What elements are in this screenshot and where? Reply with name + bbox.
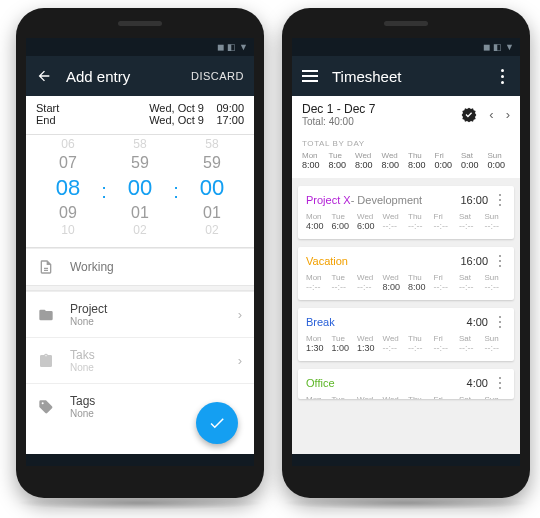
row-label: Tags — [70, 394, 95, 408]
row-value: None — [70, 408, 95, 419]
content: Start Wed, Oct 9 09:00 End Wed, Oct 9 17… — [26, 96, 254, 454]
date-range: Dec 1 - Dec 7 — [302, 102, 375, 116]
card-day: Mon4:00 — [306, 212, 328, 231]
card-day: Sun--:-- — [485, 334, 507, 353]
card-name: Vacation — [306, 255, 348, 267]
card-day: Sat--:-- — [459, 334, 481, 353]
end-label: End — [36, 114, 130, 126]
card-day: Wed1:30 — [357, 334, 379, 353]
overflow-icon[interactable] — [494, 68, 510, 84]
card-total: 4:00 — [467, 377, 488, 389]
card-day: Mon1:30 — [306, 334, 328, 353]
card-total: 16:00 — [460, 194, 488, 206]
appbar: Add entry DISCARD — [26, 56, 254, 96]
status-icon: ▼ — [505, 42, 514, 52]
card-day: Wed — [383, 395, 405, 399]
card-day: Fri--:-- — [434, 212, 456, 231]
card-day: Wed8:00 — [383, 273, 405, 292]
range-bar: Dec 1 - Dec 7 Total: 40:00 ‹ › — [292, 96, 520, 133]
time-wheel[interactable]: 06 07 08 09 10 : 58 59 00 01 02 : 58 5 — [26, 135, 254, 248]
end-date: Wed, Oct 9 — [130, 114, 204, 126]
card-total: 4:00 — [467, 316, 488, 328]
appbar-title: Timesheet — [332, 68, 494, 85]
card-day: Thu — [408, 395, 430, 399]
phone-timesheet: ◼ ◧ ▼ Timesheet Dec 1 - Dec 7 Total: 40:… — [282, 8, 530, 498]
card-day: Tue — [332, 395, 354, 399]
cards: Project X - Development16:00Mon4:00Tue6:… — [292, 178, 520, 407]
card-name: Office — [306, 377, 335, 389]
card-name: Project X — [306, 194, 351, 206]
wheel-sep: : — [172, 137, 180, 245]
card-day: Wed6:00 — [357, 212, 379, 231]
card-sub: - Development — [351, 194, 423, 206]
row-label: Project — [70, 302, 107, 316]
day-col: Tue8:00 — [329, 151, 352, 170]
card-day: Tue1:00 — [332, 334, 354, 353]
card-day: Mon — [306, 395, 328, 399]
end-time: 17:00 — [204, 114, 244, 126]
timesheet-card[interactable]: Vacation16:00Mon--:--Tue--:--Wed--:--Wed… — [298, 247, 514, 300]
day-col: Sat0:00 — [461, 151, 484, 170]
confirm-fab[interactable] — [196, 402, 238, 444]
day-col: Thu8:00 — [408, 151, 431, 170]
prev-week-button[interactable]: ‹ — [489, 107, 493, 122]
timesheet-card[interactable]: Office4:00MonTueWedWedThuFriSatSun — [298, 369, 514, 399]
clipboard-icon — [38, 353, 54, 369]
card-day: Wed--:-- — [383, 212, 405, 231]
discard-button[interactable]: DISCARD — [191, 70, 244, 82]
card-name: Break — [306, 316, 335, 328]
row-value: None — [70, 316, 107, 327]
status-icon: ◼ — [217, 42, 224, 52]
next-week-button[interactable]: › — [506, 107, 510, 122]
start-time: 09:00 — [204, 102, 244, 114]
card-total: 16:00 — [460, 255, 488, 267]
day-col: Wed8:00 — [355, 151, 378, 170]
verified-icon[interactable] — [461, 107, 477, 123]
start-end[interactable]: Start Wed, Oct 9 09:00 End Wed, Oct 9 17… — [26, 96, 254, 135]
row-working[interactable]: Working — [26, 248, 254, 285]
wheel-seconds[interactable]: 58 59 00 01 02 — [186, 137, 238, 245]
wheel-minutes[interactable]: 58 59 00 01 02 — [114, 137, 166, 245]
day-col: Wed8:00 — [382, 151, 405, 170]
card-day: Tue--:-- — [332, 273, 354, 292]
status-bar: ◼ ◧ ▼ — [292, 38, 520, 56]
status-icon: ◼ — [483, 42, 490, 52]
card-day: Wed--:-- — [383, 334, 405, 353]
status-bar: ◼ ◧ ▼ — [26, 38, 254, 56]
card-menu-icon[interactable] — [494, 376, 506, 390]
day-col: Sun0:00 — [488, 151, 511, 170]
card-menu-icon[interactable] — [494, 254, 506, 268]
folder-icon — [38, 307, 54, 323]
phone-speaker — [384, 21, 428, 26]
card-menu-icon[interactable] — [494, 193, 506, 207]
row-label: Taks — [70, 348, 95, 362]
row-project[interactable]: Project None › — [26, 291, 254, 337]
card-day: Mon--:-- — [306, 273, 328, 292]
back-icon[interactable] — [36, 68, 52, 84]
card-day: Fri--:-- — [434, 273, 456, 292]
row-value: None — [70, 362, 95, 373]
appbar-title: Add entry — [66, 68, 191, 85]
status-icon: ◧ — [227, 42, 236, 52]
card-day: Thu8:00 — [408, 273, 430, 292]
card-menu-icon[interactable] — [494, 315, 506, 329]
card-day: Fri — [434, 395, 456, 399]
card-day: Sat — [459, 395, 481, 399]
card-day: Fri--:-- — [434, 334, 456, 353]
status-icon: ◧ — [493, 42, 502, 52]
timesheet-card[interactable]: Break4:00Mon1:30Tue1:00Wed1:30Wed--:--Th… — [298, 308, 514, 361]
card-day: Thu--:-- — [408, 334, 430, 353]
content: Dec 1 - Dec 7 Total: 40:00 ‹ › TOTAL BY … — [292, 96, 520, 454]
appbar: Timesheet — [292, 56, 520, 96]
chevron-right-icon: › — [238, 307, 242, 322]
menu-icon[interactable] — [302, 68, 318, 84]
wheel-sep: : — [100, 137, 108, 245]
card-day: Wed--:-- — [357, 273, 379, 292]
wheel-hours[interactable]: 06 07 08 09 10 — [42, 137, 94, 245]
row-task[interactable]: Taks None › — [26, 337, 254, 383]
card-day: Wed — [357, 395, 379, 399]
day-col: Mon8:00 — [302, 151, 325, 170]
timesheet-card[interactable]: Project X - Development16:00Mon4:00Tue6:… — [298, 186, 514, 239]
range-total: Total: 40:00 — [302, 116, 375, 127]
card-day: Tue6:00 — [332, 212, 354, 231]
